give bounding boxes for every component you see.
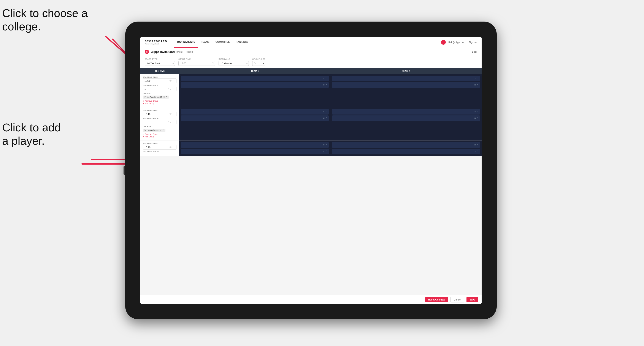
group-3: STARTING TIME: 10:20 ⓘ STARTING HOLE: ✕ … — [140, 141, 482, 156]
add-group-1[interactable]: + Add Group — [143, 102, 176, 105]
slot-edit-btn-1-4[interactable]: ⌃ — [477, 84, 478, 86]
starting-hole-value-1[interactable]: 1 ⌃⌄ — [143, 87, 176, 91]
slot-actions-3-1: ✕ ⌃ — [323, 144, 328, 146]
course-remove-2[interactable]: ✕ — [160, 129, 162, 131]
slot-edit-btn-1-1[interactable]: ⌃ — [326, 77, 328, 80]
slot-x-btn-2-1[interactable]: ✕ — [323, 111, 325, 113]
slot-x-btn-3-1[interactable]: ✕ — [323, 144, 325, 146]
group-3-team2: ✕ ⌃ ✕ ⌃ — [330, 141, 482, 156]
tablet-screen: SCOREBOARD Powered by clippd TOURNAMENTS… — [140, 37, 482, 304]
remove-group-2[interactable]: ○ Remove Group — [143, 133, 176, 135]
course-tag-icon: ⚑ — [144, 96, 146, 98]
group-3-team1: ✕ ⌃ ✕ ⌃ — [179, 141, 330, 156]
slot-edit-btn-3-4[interactable]: ⌃ — [477, 150, 478, 153]
player-slot-2-4[interactable]: ✕ ⌃ — [332, 115, 480, 121]
start-time-label: Start Time — [178, 58, 215, 60]
player-slot-2-3[interactable]: ✕ ⌃ — [332, 109, 480, 115]
main-content: Tee Time Team 1 Team 2 STARTING TIME: 10… — [140, 68, 482, 295]
player-slot-2-1[interactable]: ✕ ⌃ — [181, 109, 329, 115]
sign-out-link[interactable]: Sign out — [469, 41, 477, 44]
tournament-hosting: Hosting — [185, 50, 193, 53]
slot-x-btn-3-4[interactable]: ✕ — [474, 150, 476, 153]
annotation-add-player: Click to add a player. — [2, 121, 61, 148]
slot-x-btn-3-3[interactable]: ✕ — [474, 144, 476, 146]
slot-actions-3-3: ✕ ⌃ — [474, 144, 478, 146]
nav-teams[interactable]: TEAMS — [198, 37, 212, 48]
starting-time-label-3: STARTING TIME: — [143, 143, 176, 145]
slot-x-btn-1-4[interactable]: ✕ — [474, 84, 476, 86]
slot-edit-btn-2-2[interactable]: ⌃ — [326, 117, 328, 119]
starting-time-value-3[interactable]: 10:20 ⓘ — [143, 145, 176, 150]
start-time-input[interactable] — [178, 61, 215, 66]
back-button[interactable]: ‹ Back — [470, 50, 477, 53]
slot-x-btn-2-2[interactable]: ✕ — [323, 117, 325, 119]
slot-actions-2-2: ✕ ⌃ — [323, 117, 328, 119]
slot-edit-btn-3-2[interactable]: ⌃ — [326, 150, 328, 153]
course-name-1: (A) Peachtree GC — [147, 96, 162, 98]
add-group-2[interactable]: + Add Group — [143, 136, 176, 138]
player-slot-1-3[interactable]: ✕ ⌃ — [332, 76, 480, 81]
group-size-select[interactable]: 3 — [252, 61, 265, 66]
course-tag-1[interactable]: ⚑ (A) Peachtree GC ✕ ⌃ — [143, 96, 169, 99]
col-team1: Team 1 — [179, 68, 330, 74]
player-slot-1-1[interactable]: ✕ ⌃ — [181, 76, 329, 81]
start-time-info-icon: ⓘ — [212, 62, 214, 65]
tablet-side-button — [124, 166, 125, 175]
remove-group-1[interactable]: ○ Remove Group — [143, 100, 176, 102]
reset-changes-button[interactable]: Reset Changes — [425, 297, 448, 302]
player-slot-3-1[interactable]: ✕ ⌃ — [181, 142, 329, 148]
slot-actions-2-3: ✕ ⌃ — [474, 111, 478, 113]
brand-logo: SCOREBOARD Powered by clippd — [145, 40, 167, 45]
course-tag-wrap-1: ⚑ (A) Peachtree GC ✕ ⌃ — [143, 95, 176, 99]
group-1-team2: ✕ ⌃ ✕ ⌃ — [330, 74, 482, 107]
slot-x-btn-1-2[interactable]: ✕ — [323, 84, 325, 86]
course-tag-2[interactable]: ⚑ East Lake GC ✕ ⌃ — [143, 129, 166, 132]
player-slot-1-2[interactable]: ✕ ⌃ — [181, 82, 329, 88]
slot-edit-btn-1-2[interactable]: ⌃ — [326, 84, 328, 86]
player-slot-3-3[interactable]: ✕ ⌃ — [332, 142, 480, 148]
player-slot-1-4[interactable]: ✕ ⌃ — [332, 82, 480, 88]
slot-actions-1-2: ✕ ⌃ — [323, 84, 328, 86]
slot-edit-btn-2-1[interactable]: ⌃ — [326, 111, 328, 113]
slot-x-btn-1-1[interactable]: ✕ — [323, 77, 325, 80]
starting-hole-value-2[interactable]: 1 ⌃⌄ — [143, 120, 176, 124]
group-2: STARTING TIME: 10:10 ⓘ STARTING HOLE: 1 … — [140, 107, 482, 141]
save-button[interactable]: Save — [466, 297, 478, 302]
cancel-button[interactable]: Cancel — [450, 297, 464, 302]
start-type-label: Start Type — [145, 58, 175, 60]
player-slot-3-4[interactable]: ✕ ⌃ — [332, 149, 480, 154]
time-info-icon-1: ⓘ — [170, 79, 172, 82]
start-time-group: Start Time ⓘ — [178, 58, 215, 66]
slot-edit-btn-3-3[interactable]: ⌃ — [477, 144, 478, 146]
player-slot-2-2[interactable]: ✕ ⌃ — [181, 115, 329, 121]
tournament-name: Clippd Invitational — [151, 50, 175, 53]
starting-time-value-1[interactable]: 10:00 ⓘ — [143, 79, 176, 83]
slot-actions-3-4: ✕ ⌃ — [474, 150, 478, 153]
slot-x-btn-1-3[interactable]: ✕ — [474, 77, 476, 80]
slot-edit-btn-3-1[interactable]: ⌃ — [326, 144, 328, 146]
start-type-select[interactable]: 1st Tee Start — [145, 61, 175, 66]
group-1-left: STARTING TIME: 10:00 ⓘ STARTING HOLE: 1 … — [140, 74, 179, 107]
slot-x-btn-3-2[interactable]: ✕ — [323, 150, 325, 153]
course-remove-1[interactable]: ✕ — [163, 96, 165, 98]
slot-edit-btn-1-3[interactable]: ⌃ — [477, 77, 478, 80]
player-slot-3-2[interactable]: ✕ ⌃ — [181, 149, 329, 154]
start-time-input-wrap: ⓘ — [178, 61, 215, 66]
course-tag-arrow: ⌃ — [166, 96, 168, 98]
slot-edit-btn-2-4[interactable]: ⌃ — [477, 117, 478, 119]
intervals-select-wrap: 10 Minutes — [218, 61, 249, 66]
nav-tournaments[interactable]: TOURNAMENTS — [174, 37, 198, 48]
nav-committee[interactable]: COMMITTEE — [212, 37, 233, 48]
settings-bar: Start Type 1st Tee Start Start Time ⓘ In… — [140, 56, 482, 68]
course-tag-wrap-2: ⚑ East Lake GC ✕ ⌃ — [143, 128, 176, 132]
tournament-logo: C — [145, 50, 149, 54]
group-2-left: STARTING TIME: 10:10 ⓘ STARTING HOLE: 1 … — [140, 107, 179, 140]
slot-actions-2-4: ✕ ⌃ — [474, 117, 478, 119]
intervals-select[interactable]: 10 Minutes — [218, 61, 249, 66]
nav-rankings[interactable]: RANKINGS — [233, 37, 252, 48]
slot-x-btn-2-4[interactable]: ✕ — [474, 117, 476, 119]
slot-edit-btn-2-3[interactable]: ⌃ — [477, 111, 478, 113]
starting-time-value-2[interactable]: 10:10 ⓘ — [143, 112, 176, 116]
slot-x-btn-2-3[interactable]: ✕ — [474, 111, 476, 113]
user-avatar — [441, 40, 446, 45]
